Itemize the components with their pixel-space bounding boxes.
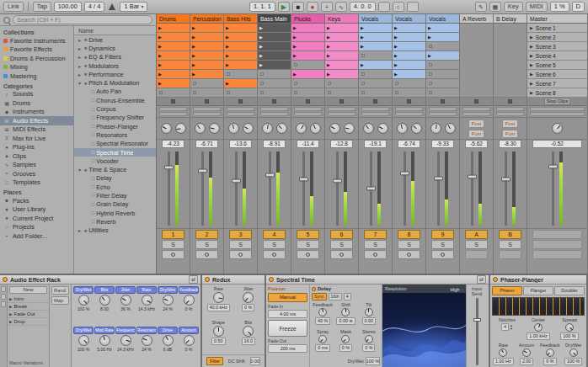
- solo-button[interactable]: S: [229, 240, 252, 249]
- browser-entry-delay[interactable]: □Delay: [74, 174, 156, 183]
- send-b-knob[interactable]: [445, 123, 456, 134]
- track-header[interactable]: Vocals: [426, 14, 459, 24]
- clip-slot-filled[interactable]: ▶: [258, 61, 291, 70]
- browser-entry-corpus[interactable]: □Corpus: [74, 104, 156, 113]
- param-value[interactable]: 40 %: [315, 317, 330, 325]
- clip-slot-empty[interactable]: [325, 88, 358, 98]
- expander-icon[interactable]: ▾: [77, 167, 83, 173]
- macro-knob[interactable]: [120, 295, 131, 306]
- track-stop-button[interactable]: [272, 99, 276, 104]
- track-header[interactable]: A Reverb: [460, 14, 493, 24]
- cue-volume-knob[interactable]: [552, 123, 563, 134]
- param-knob[interactable]: [365, 335, 373, 343]
- output-routing-chooser[interactable]: [462, 112, 490, 116]
- track-stop-button[interactable]: [339, 99, 344, 104]
- clip-slot-filled[interactable]: ▶: [224, 24, 257, 33]
- time-signature-display[interactable]: 4 / 4: [84, 2, 105, 12]
- device-activator-icon[interactable]: [3, 277, 8, 282]
- volume-display[interactable]: -19.1: [364, 140, 387, 148]
- sidebar-item-add-folder[interactable]: +Add Folder...: [0, 231, 73, 241]
- browser-name-column-header[interactable]: Name: [74, 26, 156, 35]
- clip-slot-filled[interactable]: ▶: [393, 61, 425, 70]
- track-stop-button[interactable]: [407, 99, 411, 104]
- clip-slot-filled[interactable]: ▶: [325, 24, 358, 33]
- macro-value[interactable]: 24 %: [163, 306, 173, 311]
- output-routing-chooser[interactable]: [193, 112, 221, 116]
- clip-slot-filled[interactable]: ▶: [190, 51, 223, 61]
- send-b-knob[interactable]: [377, 123, 388, 134]
- clip-slot-empty[interactable]: [224, 88, 257, 98]
- clip-slot-filled[interactable]: ▶: [291, 70, 324, 79]
- track-stop-button[interactable]: [306, 99, 310, 104]
- record-button[interactable]: ●: [307, 2, 318, 12]
- clip-slot-filled[interactable]: ▶: [291, 42, 324, 51]
- punch-in-button[interactable]: [378, 2, 390, 12]
- send-a-knob[interactable]: [397, 123, 408, 134]
- solo-button[interactable]: S: [263, 240, 286, 249]
- output-routing-chooser[interactable]: [328, 112, 355, 116]
- clip-slot-filled[interactable]: ▶: [157, 61, 190, 70]
- volume-display[interactable]: -4.23: [162, 140, 184, 148]
- dc-shift-value[interactable]: 0.00: [250, 357, 261, 365]
- send-b-knob[interactable]: [411, 123, 422, 134]
- link-toggle[interactable]: Link: [3, 2, 24, 12]
- freeze-mode-manual-button[interactable]: Manual: [268, 293, 307, 302]
- sidebar-item-favorite-effects[interactable]: Favorite Effects: [0, 45, 73, 55]
- send-a-knob[interactable]: [329, 123, 340, 134]
- clip-slot-filled[interactable]: ▶: [325, 42, 358, 51]
- macro-name[interactable]: Mod Rate: [94, 327, 115, 334]
- volume-fader[interactable]: [471, 152, 473, 226]
- filter-toggle[interactable]: Filter: [206, 357, 223, 365]
- volume-display[interactable]: -9.33: [431, 140, 454, 148]
- macro-map-button[interactable]: Map: [51, 296, 69, 305]
- scene-slot[interactable]: ▶Scene 4: [527, 51, 587, 61]
- fader-handle[interactable]: [232, 179, 241, 184]
- hot-swap-icon[interactable]: ⇄: [189, 275, 198, 284]
- clip-slot-filled[interactable]: ▶: [359, 61, 392, 70]
- fader-handle[interactable]: [468, 174, 477, 178]
- device-activator-icon[interactable]: [205, 277, 210, 282]
- clip-slot-empty[interactable]: [359, 88, 392, 98]
- delay-section-activator-icon[interactable]: [312, 287, 316, 291]
- param-value[interactable]: 40.0 kHz: [207, 304, 230, 311]
- redux-title-bar[interactable]: Redux: [202, 275, 265, 285]
- browser-entry-frequency-shifter[interactable]: □Frequency Shifter: [74, 114, 156, 122]
- arm-button[interactable]: [229, 250, 252, 259]
- volume-fader[interactable]: [505, 152, 507, 226]
- macro-knob[interactable]: [184, 295, 195, 306]
- browser-entry-auto-pan[interactable]: □Auto Pan: [74, 88, 156, 96]
- track-activator[interactable]: [532, 230, 582, 239]
- clip-slot-empty[interactable]: [426, 42, 459, 51]
- clip-slot-filled[interactable]: ▶: [224, 79, 257, 88]
- macro-randomize-button[interactable]: Rand: [51, 286, 69, 295]
- param-value[interactable]: 16.0: [242, 338, 256, 345]
- variation-row-intro[interactable]: ▶Intro: [8, 295, 49, 303]
- variation-launch-icon[interactable]: ▶: [9, 305, 12, 309]
- macro-value[interactable]: 0 %: [185, 347, 193, 352]
- volume-display[interactable]: -0.52: [532, 140, 582, 148]
- clip-slot-filled[interactable]: ▶: [157, 42, 190, 51]
- clip-slot-filled[interactable]: ▶: [157, 33, 190, 42]
- sidebar-item-mastering[interactable]: Mastering: [0, 72, 73, 81]
- sidebar-item-sounds[interactable]: ♪Sounds: [0, 90, 73, 99]
- expander-icon[interactable]: ▸: [77, 45, 83, 51]
- solo-button[interactable]: S: [162, 240, 184, 249]
- output-routing-chooser[interactable]: [361, 112, 389, 116]
- stop-all-clips-button[interactable]: Stop Clips: [544, 98, 571, 105]
- browser-entry-spectral-time[interactable]: □Spectral Time: [74, 148, 156, 157]
- track-header[interactable]: Master: [527, 14, 587, 24]
- track-header[interactable]: Keys: [325, 14, 358, 24]
- browser-entry-pitch-modulation[interactable]: ▾■Pitch & Modulation: [74, 78, 156, 87]
- notches-stepper-icon[interactable]: ▲▼: [510, 324, 513, 331]
- search-input[interactable]: [13, 15, 152, 24]
- slider-handle[interactable]: [473, 318, 481, 322]
- clip-slot-filled[interactable]: ▶: [190, 61, 223, 70]
- macro-name[interactable]: Resonance: [136, 327, 157, 334]
- variation-launch-icon[interactable]: ▶: [9, 320, 12, 324]
- macro-knob[interactable]: [163, 335, 174, 346]
- sidebar-item-clips[interactable]: ▲Clips: [0, 152, 73, 161]
- solo-button[interactable]: S: [398, 240, 420, 249]
- browser-entry-reverb[interactable]: □Reverb: [74, 217, 156, 226]
- freeze-button[interactable]: Freeze: [268, 320, 307, 337]
- sidebar-item-favorite-instruments[interactable]: Favorite Instruments: [0, 36, 73, 45]
